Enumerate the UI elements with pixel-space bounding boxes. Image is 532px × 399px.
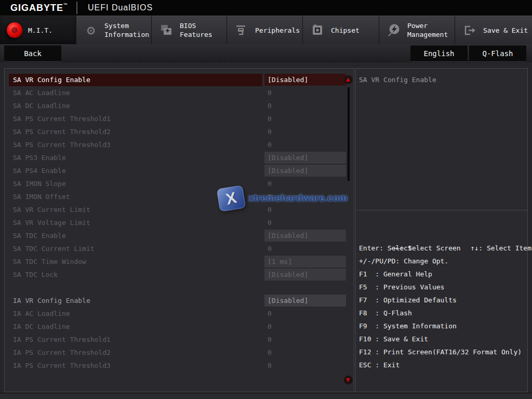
setting-value: 0 (264, 204, 346, 216)
scroll-up-button[interactable] (344, 75, 353, 84)
setting-value: 0 (264, 308, 346, 320)
setting-value: 0 (264, 217, 346, 229)
setting-row: SA PS Current Threshold3 0 (5, 139, 354, 152)
setting-label: SA PS3 Enable (13, 152, 66, 164)
setting-row: SA VR Current Limit 0 (5, 204, 354, 217)
setting-row[interactable]: SA VR Config Enable [Disabled] (5, 74, 354, 87)
setting-label: IA AC Loadline (13, 308, 70, 320)
setting-label: SA AC Loadline (13, 87, 70, 99)
bios-folder-icon (158, 22, 175, 38)
bios-title: UEFI DualBIOS (88, 3, 153, 12)
tab-system-information[interactable]: ⚙ SystemInformation (76, 16, 152, 44)
legend-line: →←: Select Screen↑↓: Select Item (359, 229, 526, 242)
legend-line: ESC : Exit (359, 358, 526, 371)
setting-label: SA VR Config Enable (13, 74, 90, 86)
toolbar: Back English Q-Flash (0, 44, 532, 62)
tab-save-exit[interactable]: Save & Exit (455, 16, 532, 44)
setting-label: SA IMON Offset (13, 191, 70, 203)
setting-value[interactable]: [Disabled] (264, 295, 346, 307)
setting-row: IA PS Current Threshold3 0 (5, 360, 354, 373)
setting-label: IA PS Current Threshold2 (13, 347, 111, 359)
setting-row: SA TDC Time Window [1 ms] (5, 256, 354, 269)
legend-line: F12 : Print Screen(FAT16/32 Format Only) (359, 345, 526, 358)
setting-row: IA DC Loadline 0 (5, 321, 354, 334)
title-bar: GIGABYTE™ UEFI DualBIOS (0, 0, 532, 16)
setting-row: SA TDC Enable [Disabled] (5, 230, 354, 243)
legend-line: F8 : Q-Flash (359, 307, 526, 320)
tab-power-management[interactable]: PowerManagement (379, 16, 455, 44)
setting-row: SA PS3 Enable [Disabled] (5, 152, 354, 165)
tab-label: Peripherals (255, 26, 300, 35)
setting-label: SA IMON Slope (13, 178, 66, 190)
setting-label: SA PS Current Threshold1 (13, 113, 111, 125)
setting-row[interactable]: IA VR Config Enable [Disabled] (5, 295, 354, 308)
mit-red-dot-icon (6, 22, 23, 38)
tab-chipset[interactable]: Chipset (303, 16, 379, 44)
bottom-strip (0, 393, 532, 399)
qflash-button[interactable]: Q-Flash (469, 45, 526, 61)
setting-label: SA PS Current Threshold3 (13, 139, 111, 151)
setting-label: SA PS4 Enable (13, 165, 66, 177)
setting-label: SA TDC Current Limit (13, 243, 95, 255)
setting-row: SA PS Current Threshold1 0 (5, 113, 354, 126)
tab-label: SystemInformation (104, 21, 149, 39)
help-divider (356, 210, 527, 210)
legend-line: F9 : System Information (359, 320, 526, 332)
tab-label: M.I.T. (28, 26, 52, 35)
help-title: SA VR Config Enable (359, 76, 436, 84)
setting-value: 0 (264, 334, 346, 345)
setting-row: SA IMON Slope 0 (5, 178, 354, 191)
setting-label: SA TDC Lock (13, 269, 58, 281)
setting-value: [Disabled] (264, 269, 346, 281)
setting-label: SA TDC Time Window (13, 256, 86, 268)
setting-value: 0 (264, 243, 346, 255)
settings-list: SA VR Config Enable [Disabled] SA AC Loa… (5, 74, 354, 373)
legend-line: +/-/PU/PD: Change Opt. (359, 255, 526, 268)
tab-bios-features[interactable]: BIOSFeatures (152, 16, 227, 44)
settings-group-ia: IA VR Config Enable [Disabled] IA AC Loa… (5, 295, 354, 373)
setting-value: 0 (264, 321, 346, 332)
gigabyte-logo: GIGABYTE™ (10, 3, 68, 14)
legend-line: F7 : Optimized Defaults (359, 294, 526, 307)
setting-value: 0 (264, 178, 346, 190)
setting-label: IA PS Current Threshold1 (13, 334, 111, 346)
tab-label: BIOSFeatures (180, 21, 212, 39)
setting-label: IA PS Current Threshold3 (13, 360, 111, 372)
tab-peripherals[interactable]: Peripherals (227, 16, 303, 44)
tab-label: Save & Exit (483, 26, 528, 35)
legend-select-item: ↑↓: Select Item (471, 244, 531, 252)
legend-lines: Enter: Select +/-/PU/PD: Change Opt. F1 … (359, 242, 526, 371)
setting-label: IA VR Config Enable (13, 295, 90, 307)
group-gap (5, 282, 354, 295)
setting-value: 0 (264, 126, 346, 138)
setting-label: SA PS Current Threshold2 (13, 126, 111, 138)
setting-row: IA AC Loadline 0 (5, 308, 354, 321)
setting-row: IA PS Current Threshold2 0 (5, 347, 354, 360)
setting-value: [Disabled] (264, 152, 346, 164)
setting-value: 0 (264, 191, 346, 203)
setting-value: [1 ms] (264, 256, 346, 268)
setting-row: SA AC Loadline 0 (5, 87, 354, 100)
chipset-icon (309, 22, 326, 38)
setting-value: 0 (264, 113, 346, 125)
setting-value: 0 (264, 87, 346, 99)
legend-line: F1 : General Help (359, 268, 526, 281)
save-exit-door-icon (461, 22, 478, 38)
setting-label: SA DC Loadline (13, 100, 70, 112)
legend-line: F10 : Save & Exit (359, 332, 526, 345)
power-lightning-icon (385, 22, 402, 38)
trademark-symbol: ™ (63, 3, 68, 7)
setting-value: 0 (264, 100, 346, 112)
scroll-down-button[interactable] (344, 376, 353, 384)
tab-label: PowerManagement (407, 21, 448, 39)
setting-value: 0 (264, 139, 346, 151)
setting-row: IA PS Current Threshold1 0 (5, 334, 354, 347)
setting-row: SA IMON Offset 0 (5, 191, 354, 204)
language-button[interactable]: English (410, 45, 468, 61)
setting-value: 0 (264, 347, 346, 358)
setting-value[interactable]: [Disabled] (264, 74, 346, 86)
back-button[interactable]: Back (4, 45, 61, 61)
setting-row: SA TDC Lock [Disabled] (5, 269, 354, 282)
tab-mit[interactable]: M.I.T. (0, 16, 76, 44)
scrollbar-thumb[interactable] (348, 87, 350, 181)
